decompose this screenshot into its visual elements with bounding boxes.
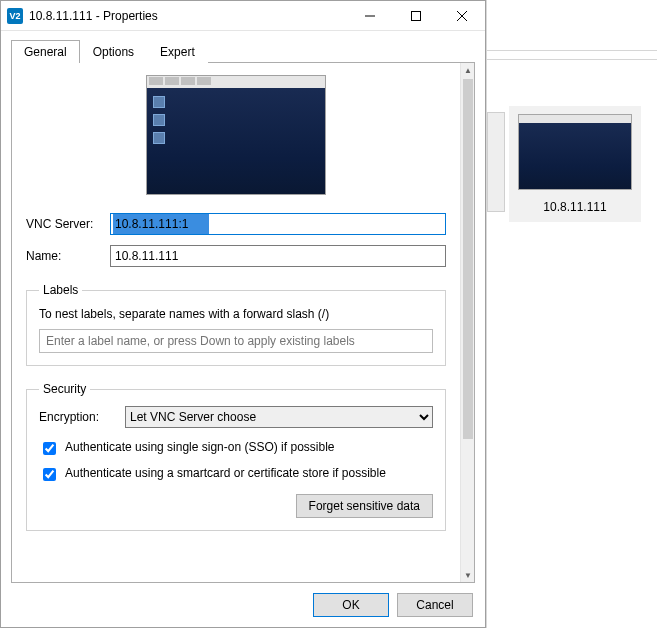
scroll-down-arrow-icon[interactable]: ▼ bbox=[461, 568, 475, 582]
connection-thumbnail bbox=[518, 114, 632, 190]
background-panel: 10.8.11.111 bbox=[486, 0, 657, 628]
tab-strip: General Options Expert bbox=[1, 31, 485, 62]
smartcard-label: Authenticate using a smartcard or certif… bbox=[65, 466, 386, 480]
connection-card[interactable]: 10.8.11.111 bbox=[509, 106, 641, 222]
app-icon: V2 bbox=[7, 8, 23, 24]
encryption-select[interactable]: Let VNC Server choose bbox=[125, 406, 433, 428]
tab-options[interactable]: Options bbox=[80, 40, 147, 63]
labels-group: Labels To nest labels, separate names wi… bbox=[26, 283, 446, 366]
maximize-button[interactable] bbox=[393, 1, 439, 30]
smartcard-checkbox[interactable] bbox=[43, 468, 56, 481]
vnc-server-input[interactable] bbox=[110, 213, 446, 235]
security-legend: Security bbox=[39, 382, 90, 396]
cancel-button[interactable]: Cancel bbox=[397, 593, 473, 617]
vnc-server-label: VNC Server: bbox=[26, 217, 110, 231]
minimize-button[interactable] bbox=[347, 1, 393, 30]
encryption-label: Encryption: bbox=[39, 410, 125, 424]
labels-help-text: To nest labels, separate names with a fo… bbox=[39, 307, 433, 321]
vnc-preview-thumbnail bbox=[146, 75, 326, 195]
preview-area bbox=[26, 75, 446, 195]
tab-expert[interactable]: Expert bbox=[147, 40, 208, 63]
labels-legend: Labels bbox=[39, 283, 82, 297]
window-title: 10.8.11.111 - Properties bbox=[29, 9, 347, 23]
title-bar: V2 10.8.11.111 - Properties bbox=[1, 1, 485, 31]
dialog-button-row: OK Cancel bbox=[1, 583, 485, 627]
sso-label: Authenticate using single sign-on (SSO) … bbox=[65, 440, 334, 454]
sso-checkbox[interactable] bbox=[43, 442, 56, 455]
scroll-up-arrow-icon[interactable]: ▲ bbox=[461, 63, 475, 77]
properties-dialog: V2 10.8.11.111 - Properties General Opti… bbox=[0, 0, 486, 628]
name-input[interactable] bbox=[110, 245, 446, 267]
svg-rect-1 bbox=[412, 11, 421, 20]
tab-general[interactable]: General bbox=[11, 40, 80, 63]
connection-caption: 10.8.11.111 bbox=[517, 200, 633, 214]
ok-button[interactable]: OK bbox=[313, 593, 389, 617]
tab-content: VNC Server: Name: Labels To nest labels,… bbox=[11, 62, 475, 583]
close-button[interactable] bbox=[439, 1, 485, 30]
scroll-thumb[interactable] bbox=[463, 79, 473, 439]
name-label: Name: bbox=[26, 249, 110, 263]
labels-input[interactable] bbox=[39, 329, 433, 353]
security-group: Security Encryption: Let VNC Server choo… bbox=[26, 382, 446, 531]
vertical-scrollbar[interactable]: ▲ ▼ bbox=[460, 63, 474, 582]
partial-thumbnail bbox=[487, 112, 505, 212]
forget-sensitive-button[interactable]: Forget sensitive data bbox=[296, 494, 433, 518]
